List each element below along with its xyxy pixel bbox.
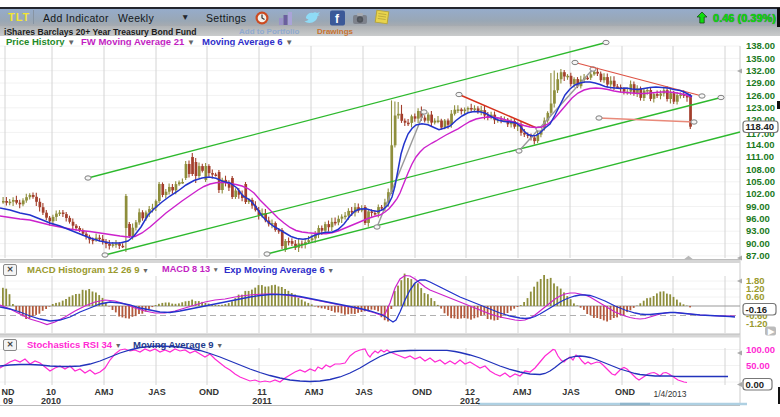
svg-text:0.60: 0.60 <box>746 291 765 302</box>
svg-text:2011: 2011 <box>252 396 272 406</box>
svg-text:AMJ: AMJ <box>512 387 531 397</box>
svg-text:111.00: 111.00 <box>746 151 774 162</box>
svg-text:AMJ: AMJ <box>94 387 113 397</box>
svg-text:0.00: 0.00 <box>746 379 765 390</box>
svg-text:114.00: 114.00 <box>746 139 775 150</box>
svg-text:-0.16: -0.16 <box>746 304 768 315</box>
svg-text:2012: 2012 <box>460 396 480 406</box>
svg-text:96.00: 96.00 <box>746 213 770 224</box>
svg-text:JAS: JAS <box>355 387 373 397</box>
svg-text:138.00: 138.00 <box>746 40 775 51</box>
svg-text:118.40: 118.40 <box>746 121 775 132</box>
svg-text:50.00: 50.00 <box>746 360 770 371</box>
svg-text:100.00: 100.00 <box>746 344 775 355</box>
svg-text:105.00: 105.00 <box>746 176 775 187</box>
svg-text:2010: 2010 <box>41 396 61 406</box>
svg-text:JAS: JAS <box>148 387 166 397</box>
svg-text:09: 09 <box>3 396 13 406</box>
svg-text:1/4/2013: 1/4/2013 <box>653 389 686 399</box>
svg-text:87.00: 87.00 <box>746 250 770 261</box>
svg-text:123.00: 123.00 <box>746 102 775 113</box>
svg-text:93.00: 93.00 <box>746 225 770 236</box>
svg-text:AMJ: AMJ <box>304 387 323 397</box>
svg-text:OND: OND <box>412 387 433 397</box>
svg-text:JAS: JAS <box>562 387 580 397</box>
svg-text:99.00: 99.00 <box>746 201 770 212</box>
svg-text:129.00: 129.00 <box>746 77 775 88</box>
svg-text:135.00: 135.00 <box>746 53 775 64</box>
svg-text:90.00: 90.00 <box>746 238 770 249</box>
svg-text:OND: OND <box>615 387 636 397</box>
svg-text:132.00: 132.00 <box>746 65 775 76</box>
svg-text:102.00: 102.00 <box>746 188 775 199</box>
svg-text:126.00: 126.00 <box>746 90 775 101</box>
svg-text:▶: ▶ <box>767 327 775 336</box>
svg-text:OND: OND <box>199 387 220 397</box>
svg-text:108.00: 108.00 <box>746 164 775 175</box>
